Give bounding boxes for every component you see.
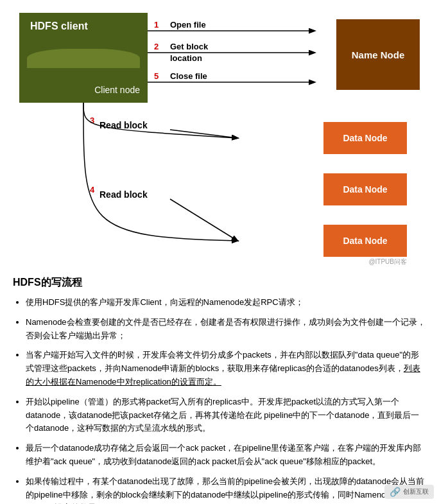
svg-text:1: 1 bbox=[154, 20, 159, 30]
bullet-text-1: 使用HDFS提供的客户端开发库Client，向远程的Namenode发起RPC请… bbox=[26, 297, 304, 307]
bullet-text-2: Namenode会检查要创建的文件是否已经存在，创建者是否有权限进行操作，成功则… bbox=[26, 317, 426, 340]
name-node-box: Name Node bbox=[336, 19, 420, 90]
svg-line-14 bbox=[170, 130, 237, 138]
section-title: HDFS的写流程 bbox=[13, 276, 426, 290]
svg-text:Get block: Get block bbox=[170, 42, 209, 51]
name-node-label: Name Node bbox=[352, 49, 405, 60]
text-section: HDFS的写流程 使用HDFS提供的客户端开发库Client，向远程的Namen… bbox=[0, 270, 439, 504]
watermark: @ITPUB问客 bbox=[368, 257, 407, 266]
client-node-label: Client node bbox=[94, 85, 140, 95]
bullet-text-5: 最后一个datanode成功存储之后会返回一个ack packet，在pipel… bbox=[26, 443, 421, 466]
svg-text:4: 4 bbox=[90, 185, 95, 195]
svg-line-15 bbox=[170, 199, 237, 241]
list-item: Namenode会检查要创建的文件是否已经存在，创建者是否有权限进行操作，成功则… bbox=[26, 316, 426, 343]
list-item: 使用HDFS提供的客户端开发库Client，向远程的Namenode发起RPC请… bbox=[26, 296, 426, 309]
data-node-1-label: Data Node bbox=[343, 133, 387, 143]
svg-text:2: 2 bbox=[154, 42, 159, 51]
data-node-2-label: Data Node bbox=[343, 184, 387, 195]
data-node-1: Data Node bbox=[323, 122, 407, 154]
hdfs-client-wave bbox=[27, 49, 140, 68]
bullet-text-6: 如果传输过程中，有某个datanode出现了故障，那么当前的pipeline会被… bbox=[26, 476, 424, 504]
svg-text:3: 3 bbox=[90, 116, 94, 125]
svg-text:location: location bbox=[170, 53, 202, 63]
hdfs-client-box: HDFS client Client node bbox=[19, 13, 148, 103]
list-item: 最后一个datanode成功存储之后会返回一个ack packet，在pipel… bbox=[26, 442, 426, 469]
list-item: 当客户端开始写入文件的时候，开发库会将文件切分成多个packets，并在内部以数… bbox=[26, 349, 426, 388]
logo-icon: 🔗 bbox=[390, 487, 400, 497]
data-node-3: Data Node bbox=[323, 225, 407, 257]
bullet-text-3: 当客户端开始写入文件的时候，开发库会将文件切分成多个packets，并在内部以数… bbox=[26, 350, 420, 387]
logo-text: 创新互联 bbox=[403, 487, 429, 496]
svg-text:Close file: Close file bbox=[170, 71, 207, 81]
svg-text:Open file: Open file bbox=[170, 20, 206, 30]
bullet-list: 使用HDFS提供的客户端开发库Client，向远程的Namenode发起RPC请… bbox=[13, 296, 426, 504]
list-item: 如果传输过程中，有某个datanode出现了故障，那么当前的pipeline会被… bbox=[26, 475, 426, 504]
data-node-2: Data Node bbox=[323, 173, 407, 205]
svg-text:5: 5 bbox=[154, 71, 159, 81]
diagram-section: HDFS client Client node Name Node Data N… bbox=[0, 0, 439, 270]
svg-text:Read block: Read block bbox=[99, 189, 148, 200]
company-logo: 🔗 创新互联 bbox=[384, 485, 434, 499]
bullet-text-4: 开始以pipeline（管道）的形式将packet写入所有的replicas中。… bbox=[26, 397, 419, 433]
data-node-3-label: Data Node bbox=[343, 236, 387, 246]
hdfs-client-title: HDFS client bbox=[27, 21, 88, 32]
svg-text:Read block: Read block bbox=[99, 120, 148, 130]
list-item: 开始以pipeline（管道）的形式将packet写入所有的replicas中。… bbox=[26, 395, 426, 435]
